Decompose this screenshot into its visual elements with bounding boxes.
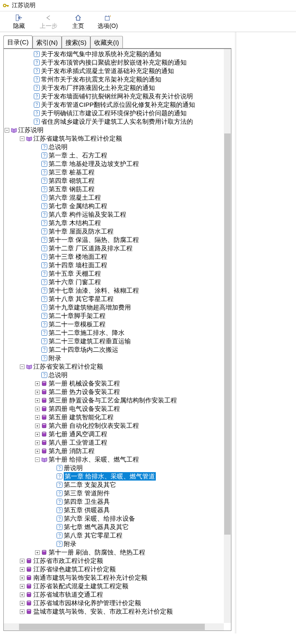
tree-leaf[interactable]: 总说明	[5, 371, 231, 379]
home-button[interactable]: 主页	[63, 14, 93, 30]
tree-book[interactable]: +第二册 热力设备安装工程	[5, 388, 231, 396]
tree-book[interactable]: +盐城市建筑与装饰、安装、市政工程补充计价定额	[5, 607, 231, 616]
tree-leaf[interactable]: 附录	[5, 354, 231, 362]
tree-leaf[interactable]: 第七章 金属结构工程	[5, 202, 231, 210]
tree-folder[interactable]: −江苏省安装工程计价定额	[5, 362, 231, 371]
tree-book[interactable]: +第六册 自动化控制仪表安装工程	[5, 421, 231, 430]
tree-book[interactable]: +南通市建筑与装饰安装工程补充计价定额	[5, 573, 231, 582]
tree-leaf[interactable]: 第二章 支架及其它	[5, 481, 231, 489]
tree-book[interactable]: +第四册 电气设备安装工程	[5, 405, 231, 413]
tree-leaf[interactable]: 第三章 管道附件	[5, 489, 231, 497]
expander-icon[interactable]: +	[35, 550, 40, 555]
tree-leaf[interactable]: 第二十章脚手架工程	[5, 312, 231, 320]
tree-leaf[interactable]: 第十二章 厂区道路及排水工程	[5, 244, 231, 253]
tree-leaf[interactable]: 第二章 地基处理及边坡支护工程	[5, 160, 231, 168]
tree-leaf[interactable]: 第四章 卫生器具	[5, 497, 231, 506]
tree-leaf[interactable]: 第一章 给排水、采暖、燃气管道	[5, 472, 231, 481]
tree-book[interactable]: +第五册 建筑智能化工程	[5, 413, 231, 421]
tree-leaf[interactable]: 第十章 屋面及防水工程	[5, 227, 231, 236]
tree-leaf[interactable]: 关于发布烟气集中排放系统补充定额的通知	[5, 50, 231, 58]
expander-icon[interactable]: +	[20, 609, 24, 614]
options-button[interactable]: 选项(O)	[93, 14, 122, 30]
tree-leaf[interactable]: 第八章 构件运输及安装工程	[5, 210, 231, 219]
tree-leaf[interactable]: 第六章 采暖、给排水设备	[5, 514, 231, 523]
tree-leaf[interactable]: 第二十四章场内二次搬运	[5, 345, 231, 354]
tree-leaf[interactable]: 第九章 木结构工程	[5, 219, 231, 227]
expander-icon[interactable]: +	[35, 432, 40, 437]
expander-icon[interactable]: +	[35, 381, 40, 386]
tree-book[interactable]: +第三册 静置设备与工艺金属结构制作安装工程	[5, 396, 231, 405]
tree-book[interactable]: +江苏省绿色建筑工程计价定额	[5, 565, 231, 573]
tree-leaf[interactable]: 第四章 砌筑工程	[5, 177, 231, 185]
tree-leaf[interactable]: 省住房城乡建设厅关于建筑工人实名制费用计取方法的	[5, 117, 231, 126]
tree-leaf[interactable]: 关于发布墙面铺钉抗裂钢丝网补充定额及有关计价说明	[5, 92, 231, 101]
expander-icon[interactable]: +	[35, 390, 40, 394]
expander-icon[interactable]: +	[35, 440, 40, 445]
expander-icon[interactable]: +	[35, 449, 40, 454]
expander-icon[interactable]: +	[20, 559, 24, 563]
tree-leaf[interactable]: 第一章 土、石方工程	[5, 151, 231, 160]
tree-book[interactable]: +第一册 机械设备安装工程	[5, 379, 231, 388]
tree-book-open[interactable]: −第十册 给排水、采暖、燃气工程	[5, 455, 231, 464]
expander-icon[interactable]: −	[35, 457, 40, 462]
tree-book[interactable]: +第七册 通风空调工程	[5, 430, 231, 438]
tree-leaf[interactable]: 第十四章 墙柱面工程	[5, 261, 231, 269]
tree-book[interactable]: +第十一册 刷油、防腐蚀、绝热工程	[5, 548, 231, 557]
expander-icon[interactable]: −	[20, 364, 24, 369]
tab-contents[interactable]: 目录(C)	[3, 35, 33, 48]
tree-leaf[interactable]: 第十三章 楼地面工程	[5, 253, 231, 261]
tree-leaf[interactable]: 总说明	[5, 143, 231, 151]
tab-favorites[interactable]: 收藏夹(I)	[90, 36, 123, 49]
tree-leaf[interactable]: 第二十二章施工排水、降水	[5, 329, 231, 337]
tree-leaf[interactable]: 第二十三章建筑工程垂直运输	[5, 337, 231, 345]
vertical-scroll-thumb[interactable]	[224, 133, 231, 535]
back-button[interactable]: 上一步	[34, 14, 63, 30]
tree-leaf[interactable]: 附录	[5, 540, 231, 548]
expander-icon[interactable]: +	[20, 576, 24, 580]
tree-book[interactable]: +江苏省市政工程计价定额	[5, 557, 231, 565]
tree-root[interactable]: −江苏说明	[5, 126, 231, 134]
expander-icon[interactable]: +	[20, 567, 24, 572]
tree-leaf[interactable]: 第十七章 油漆、涂料、裱糊工程	[5, 286, 231, 295]
expander-icon[interactable]: −	[5, 128, 9, 133]
tree-leaf[interactable]: 第六章 混凝土工程	[5, 193, 231, 202]
horizontal-scrollbar[interactable]	[4, 623, 224, 630]
tree-leaf[interactable]: 关于明确镇江市建设工程环境保护税计价问题的通知	[5, 109, 231, 117]
tree-book[interactable]: +江苏省装配式混凝土建筑工程定额	[5, 582, 231, 590]
expander-icon[interactable]: +	[35, 415, 40, 420]
tree-book[interactable]: +江苏省城市轨道交通工程	[5, 590, 231, 599]
tree-leaf[interactable]: 关于发布承插式混凝土管道基础补充定额的通知	[5, 67, 231, 75]
expander-icon[interactable]: +	[20, 601, 24, 606]
expander-icon[interactable]: −	[20, 136, 24, 141]
tree-leaf[interactable]: 关于发布管道CIPP翻转式原位固化修复补充定额的通知	[5, 101, 231, 109]
tree-book[interactable]: +第九册 消防工程	[5, 447, 231, 455]
tree-folder[interactable]: −江苏省建筑与装饰工程计价定额	[5, 134, 231, 143]
expander-icon[interactable]: +	[20, 584, 24, 589]
tab-search[interactable]: 搜索(S)	[62, 36, 90, 49]
tree-leaf[interactable]: 常州市关于发布抗震支吊架补充定额的通知	[5, 75, 231, 84]
hide-button[interactable]: 隐藏	[4, 14, 34, 30]
tree-leaf[interactable]: 第二十一章模板工程	[5, 320, 231, 329]
tree-leaf[interactable]: 第五章 供暖器具	[5, 506, 231, 514]
expander-icon[interactable]: +	[20, 592, 24, 597]
expander-icon[interactable]: +	[35, 398, 40, 403]
tree-leaf[interactable]: 册说明	[5, 464, 231, 472]
tree-leaf[interactable]: 第三章 桩基工程	[5, 168, 231, 177]
tree-leaf[interactable]: 第五章 钢筋工程	[5, 185, 231, 193]
tree-leaf[interactable]: 第十一章 保温、隔热、防腐工程	[5, 236, 231, 244]
tree-leaf[interactable]: 关于发布厂拌路液固化土补充定额的通知	[5, 84, 231, 92]
tree-leaf[interactable]: 第十八章 其它零星工程	[5, 295, 231, 303]
horizontal-scroll-thumb[interactable]	[19, 624, 205, 630]
expander-icon[interactable]: +	[35, 407, 40, 411]
tree-leaf[interactable]: 第十九章建筑物超高增加费用	[5, 303, 231, 312]
vertical-scrollbar[interactable]	[224, 49, 231, 623]
tree-book[interactable]: +江苏省城市园林绿化养护管理计价定额	[5, 599, 231, 607]
expander-icon[interactable]: +	[35, 424, 40, 428]
tree-leaf[interactable]: 第十五章 天棚工程	[5, 269, 231, 278]
tree-book[interactable]: +第八册 工业管道工程	[5, 438, 231, 447]
tree-view[interactable]: 关于发布烟气集中排放系统补充定额的通知关于发布顶管内接口聚硫密封胶嵌缝补充定额的…	[5, 50, 231, 616]
tree-leaf[interactable]: 第八章 其它零星工程	[5, 531, 231, 540]
tree-leaf[interactable]: 关于发布顶管内接口聚硫密封胶嵌缝补充定额的通知	[5, 58, 231, 67]
tab-index[interactable]: 索引(N)	[33, 36, 62, 49]
tree-leaf[interactable]: 第七章 燃气器具及其它	[5, 523, 231, 531]
